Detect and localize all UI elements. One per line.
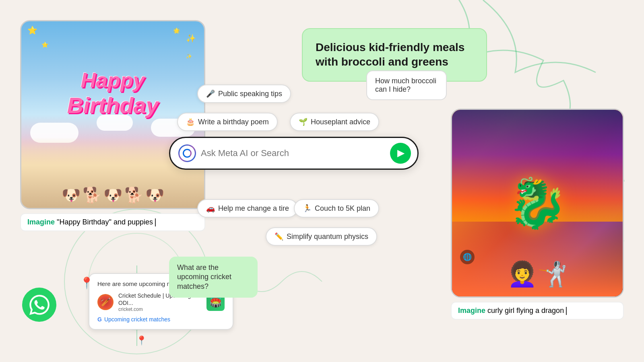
main-container: ⭐ ✨ ⭐ 🌟 ✨ Happy Birthday 🐶 🐕 🐶 🐕 🐶 Imagi…	[0, 0, 644, 362]
pill-emoji: 🌱	[299, 117, 308, 126]
pill-label: Couch to 5K plan	[315, 204, 370, 213]
dragon-image: 🐉	[507, 175, 568, 232]
pill-simplify-quantum[interactable]: ✏️ Simplify quantum physics	[266, 227, 377, 246]
whatsapp-icon[interactable]	[22, 288, 56, 322]
pill-emoji: 🏃	[303, 204, 312, 213]
birthday-card: ⭐ ✨ ⭐ 🌟 ✨ Happy Birthday 🐶 🐕 🐶 🐕 🐶	[20, 20, 205, 209]
cricket-google-link[interactable]: G Upcoming cricket matches	[97, 316, 225, 323]
star-decoration: ✨	[186, 53, 192, 59]
imagine-caption-dragon: Imagine curly girl flying a dragon	[451, 302, 624, 320]
cricket-google-link-text: Upcoming cricket matches	[104, 316, 170, 323]
search-input[interactable]	[201, 148, 385, 158]
location-pin-1: 📍	[80, 276, 94, 290]
pill-label: Write a birthday poem	[198, 118, 269, 126]
pill-houseplant[interactable]: 🌱 Houseplant advice	[290, 113, 379, 131]
puppy: 🐕	[124, 186, 143, 204]
puppy: 🐶	[62, 186, 80, 204]
pill-label: Simplify quantum physics	[287, 232, 368, 241]
imagine-text-birthday: "Happy Birthday" and puppies	[57, 218, 153, 226]
star-decoration: ✨	[186, 33, 196, 43]
puppy: 🐕	[83, 186, 101, 204]
imagine-label-dragon: Imagine	[458, 306, 485, 315]
meta-ai-icon	[178, 144, 196, 162]
search-bar: ▶	[169, 137, 419, 170]
pill-emoji: 🚗	[206, 204, 215, 213]
whatsapp-svg	[29, 295, 50, 315]
cricket-logo: 🏏	[97, 294, 114, 310]
imagine-caption-birthday: Imagine "Happy Birthday" and puppies	[20, 213, 205, 231]
cricket-question-text: What are the upcoming cricket matches?	[177, 263, 231, 290]
pill-label: Help me change a tire	[218, 204, 289, 213]
pill-emoji: 🎤	[206, 89, 215, 98]
pill-change-tire[interactable]: 🚗 Help me change a tire	[197, 199, 298, 218]
text-cursor	[155, 218, 156, 226]
pill-emoji: 🎂	[186, 117, 195, 126]
pill-public-speaking[interactable]: 🎤 Public speaking tips	[197, 84, 291, 103]
search-submit-button[interactable]: ▶	[390, 143, 411, 164]
cricket-question-bubble: What are the upcoming cricket matches?	[169, 257, 258, 298]
broccoli-text: How much broccoli can I hide?	[375, 77, 436, 93]
pill-couch-5k[interactable]: 🏃 Couch to 5K plan	[294, 199, 379, 218]
cricket-result-url: cricket.com	[118, 306, 202, 312]
pill-label: Public speaking tips	[218, 90, 282, 98]
text-cursor	[566, 307, 567, 315]
dragon-card: 🐉 👩‍🦱🤺 🌐	[451, 109, 624, 298]
meta-ai-inner-ring	[183, 149, 192, 158]
star-decoration: 🌟	[173, 27, 180, 34]
pill-emoji: ✏️	[275, 232, 283, 241]
birthday-title: Happy Birthday	[67, 68, 158, 118]
puppy: 🐶	[103, 186, 122, 204]
puppy: 🐶	[145, 186, 164, 204]
star-decoration: ⭐	[41, 41, 48, 48]
send-icon: ▶	[397, 148, 404, 158]
search-bar-container: ▶	[169, 137, 419, 170]
pill-label: Houseplant advice	[311, 118, 370, 126]
imagine-label: Imagine	[27, 218, 55, 226]
kid-friendly-text: Delicious kid-friendly meals with brocco…	[316, 41, 464, 68]
star-decoration: ⭐	[27, 25, 37, 35]
imagine-text-dragon: curly girl flying a dragon	[487, 306, 564, 315]
broccoli-question-bubble: How much broccoli can I hide?	[366, 70, 447, 100]
pill-birthday-poem[interactable]: 🎂 Write a birthday poem	[177, 113, 278, 131]
location-pin-2: 📍	[136, 335, 147, 346]
birthday-text2: Birthday	[67, 92, 158, 118]
watermark-icon: 🌐	[460, 250, 475, 264]
dragon-girl: 👩‍🦱🤺	[507, 260, 568, 288]
happy-text: Happy	[67, 68, 158, 92]
google-icon: G	[97, 316, 102, 323]
